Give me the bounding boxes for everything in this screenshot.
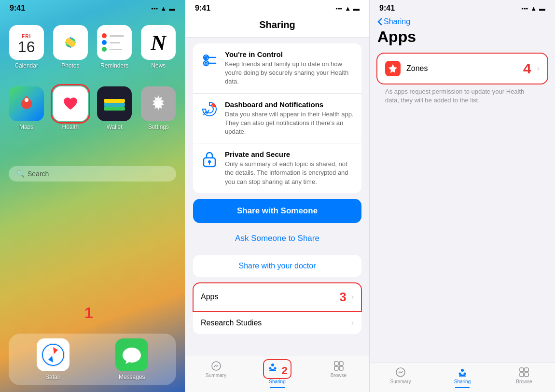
step-badge-2: 2 [282, 364, 288, 377]
feature-private: Private and Secure Only a summary of eac… [193, 143, 361, 193]
feature-dashboard-title: Dashboard and Notifications [225, 100, 354, 109]
messages-icon [115, 338, 148, 371]
app-health[interactable]: Health [53, 86, 88, 130]
phone-screen-2: 9:41 ▪▪▪ ▲ ▬ Sharing [185, 0, 370, 392]
svg-rect-49 [525, 373, 528, 377]
private-icon [201, 151, 218, 168]
apps-row[interactable]: Apps 3 › [193, 283, 361, 311]
feature-control-text: You're in Control Keep friends and famil… [225, 50, 354, 86]
back-label: Sharing [384, 17, 410, 26]
search-bar[interactable]: 🔍 Search [9, 166, 176, 182]
phone-screen-1: 9:41 ▪▪▪ ▲ ▬ FRI 16 Calendar [0, 0, 185, 392]
share-with-someone-button[interactable]: Share with Someone [193, 199, 361, 223]
feature-control-desc: Keep friends and family up to date on ho… [225, 60, 354, 86]
maps-label: Maps [19, 124, 33, 130]
sharing-features: You're in Control Keep friends and famil… [193, 43, 361, 193]
app-grid-row2: Maps Health Wallet [0, 80, 185, 137]
sharing-tab-label-2: Sharing [269, 379, 285, 384]
tab-browse-3[interactable]: Browse [493, 366, 555, 384]
tab-sharing-3[interactable]: Sharing [431, 366, 493, 384]
health-icon [53, 86, 88, 121]
app-calendar[interactable]: FRI 16 Calendar [9, 25, 44, 69]
zones-chevron: › [537, 64, 540, 73]
wallet-icon [97, 86, 132, 121]
svg-rect-47 [525, 368, 528, 372]
app-photos[interactable]: Photos [53, 25, 88, 69]
feature-private-desc: Only a summary of each topic is shared, … [225, 160, 354, 186]
calendar-label: Calendar [14, 62, 38, 69]
svg-rect-16 [104, 103, 125, 107]
feature-dashboard-desc: Data you share will appear in their Heal… [225, 110, 354, 137]
search-icon: 🔍 [16, 170, 25, 178]
app-maps[interactable]: Maps [9, 86, 44, 130]
sharing-header: Sharing [185, 14, 369, 38]
dashboard-icon: ! [201, 101, 218, 119]
status-icons-3: ▪▪▪ ▲ ▬ [521, 5, 545, 12]
wifi-icon-2: ▲ [345, 5, 351, 12]
app-messages[interactable]: Messages [115, 338, 148, 380]
news-icon: N [141, 25, 176, 60]
app-reminders[interactable]: Reminders [97, 25, 132, 69]
app-settings[interactable]: Settings [141, 86, 176, 130]
back-chevron-icon [377, 18, 382, 26]
summary-icon-3 [395, 366, 406, 378]
photos-label: Photos [61, 62, 79, 69]
safari-label: Safari [45, 374, 60, 380]
wifi-icon-3: ▲ [530, 5, 537, 12]
tab-summary-2[interactable]: Summary [185, 360, 247, 384]
feature-dashboard: ! Dashboard and Notifications Data you s… [193, 94, 361, 144]
status-time-1: 9:41 [10, 4, 25, 13]
svg-point-13 [25, 98, 28, 102]
research-row-label: Research Studies [201, 319, 262, 327]
calendar-day: FRI [9, 31, 44, 39]
news-letter: N [151, 30, 166, 55]
app-wallet[interactable]: Wallet [97, 86, 132, 130]
svg-rect-46 [520, 368, 524, 372]
summary-tab-label-2: Summary [206, 373, 226, 378]
settings-svg [148, 93, 169, 114]
wallet-svg [103, 94, 126, 113]
status-icons-1: ▪▪▪ ▲ ▬ [151, 5, 175, 12]
summary-icon [210, 360, 222, 372]
share-with-doctor-button[interactable]: Share with your doctor [193, 255, 361, 277]
photos-icon [53, 25, 88, 60]
svg-point-26 [204, 61, 208, 66]
feature-dashboard-text: Dashboard and Notifications Data you sha… [225, 100, 354, 137]
svg-point-44 [459, 373, 461, 375]
step-badge-4: 4 [523, 60, 531, 77]
tab-summary-3[interactable]: Summary [370, 366, 431, 384]
svg-point-43 [461, 369, 464, 372]
tab-browse-2[interactable]: Browse [308, 360, 369, 384]
svg-point-45 [464, 373, 466, 375]
dots-icon: ▪▪▪ [335, 5, 342, 12]
health-label: Health [62, 124, 79, 130]
search-text: Search [28, 170, 49, 178]
apps-page-title: Apps [370, 28, 555, 54]
svg-rect-42 [339, 366, 343, 370]
reminders-label: Reminders [100, 62, 128, 69]
browse-tab-label-2: Browse [331, 373, 347, 378]
zones-row[interactable]: Zones 4 › [377, 54, 547, 84]
step-badge-1: 1 [84, 304, 93, 322]
list-section: Apps 3 › Research Studies › [193, 283, 361, 334]
ask-someone-button[interactable]: Ask Someone to Share [193, 228, 361, 249]
dots-icon-3: ▪▪▪ [521, 5, 528, 12]
browse-icon-2 [333, 360, 345, 372]
safari-icon [37, 338, 69, 371]
photos-svg [57, 29, 83, 56]
svg-rect-48 [520, 373, 524, 377]
settings-label: Settings [148, 124, 169, 130]
svg-rect-41 [334, 366, 338, 370]
status-icons-2: ▪▪▪ ▲ ▬ [335, 5, 360, 12]
battery-icon-3: ▬ [539, 5, 545, 12]
svg-rect-39 [334, 362, 338, 365]
sharing-icon-3 [457, 366, 468, 378]
svg-point-34 [208, 160, 211, 163]
research-row[interactable]: Research Studies › [193, 311, 361, 334]
app-safari[interactable]: Safari [37, 338, 69, 380]
back-button[interactable]: Sharing [370, 14, 555, 28]
svg-rect-40 [339, 362, 343, 365]
app-news[interactable]: N News [141, 25, 176, 69]
tab-sharing-2[interactable]: 2 Sharing [247, 360, 308, 384]
svg-rect-15 [104, 99, 125, 103]
